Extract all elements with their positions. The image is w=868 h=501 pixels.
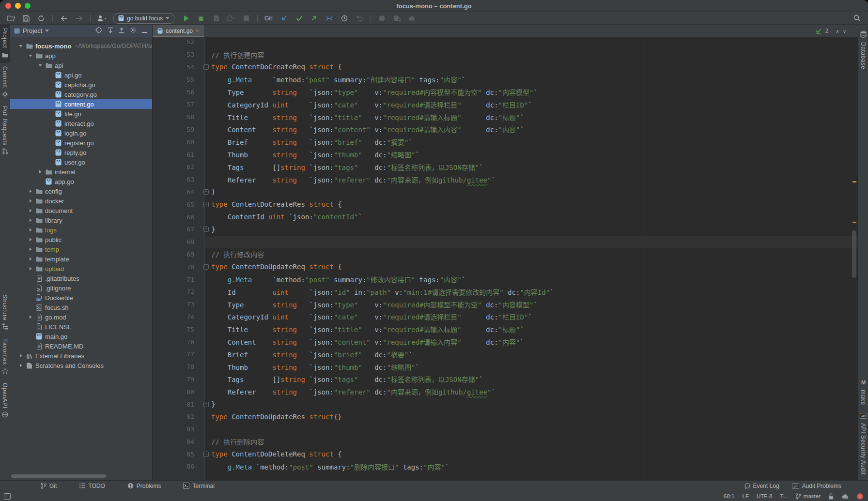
tree-item-document[interactable]: document xyxy=(10,206,152,215)
fold-marker-start[interactable]: - xyxy=(201,202,211,207)
tree-item-focus.sh[interactable]: focus.sh xyxy=(10,303,152,312)
toolwindow-button-todo[interactable]: TODO xyxy=(79,483,105,489)
status-git-branch[interactable]: master xyxy=(795,493,821,500)
tree-item-scratches-and-consoles[interactable]: Scratches and Consoles xyxy=(10,361,152,370)
tree-item-readme.md[interactable]: README.MD xyxy=(10,341,152,351)
tree-chevron-right-icon[interactable] xyxy=(27,266,34,271)
tree-chevron-down-icon[interactable] xyxy=(17,44,25,48)
code-line-73[interactable]: 73 Type string `json:"type" v:"required#… xyxy=(153,298,858,311)
code-line-55[interactable]: 55 g.Meta `method:"post" summary:"创建内容接口… xyxy=(153,73,858,86)
tree-item-category.go[interactable]: category.go xyxy=(10,90,152,99)
line-number[interactable]: 62 xyxy=(153,163,201,170)
project-panel-title[interactable]: Project xyxy=(23,27,42,34)
tree-item-api[interactable]: api xyxy=(10,61,152,70)
code-line-60[interactable]: 60 Brief string `json:"brief" dc:"摘要"` xyxy=(153,136,858,148)
hide-panel-icon[interactable] xyxy=(142,27,147,35)
fold-marker-start[interactable]: - xyxy=(201,452,211,457)
code-line-65[interactable]: 65-type ContentDoCreateRes struct { xyxy=(153,198,858,211)
vcs-push-icon[interactable] xyxy=(309,14,320,23)
line-number[interactable]: 68 xyxy=(153,238,201,245)
stripe-button-pull-requests[interactable]: Pull Requests xyxy=(0,103,10,160)
prev-problem-icon[interactable]: ∧ xyxy=(836,29,839,34)
tree-item-content.go[interactable]: content.go xyxy=(10,99,152,109)
code-line-85[interactable]: 85-type ContentDoDeleteReq struct { xyxy=(153,448,858,460)
hexagon-icon[interactable] xyxy=(377,14,388,23)
editor-vertical-scrollbar[interactable] xyxy=(852,37,857,480)
line-number[interactable]: 58 xyxy=(153,113,201,121)
code-line-84[interactable]: 84// 执行删除内容 xyxy=(153,436,858,448)
status-fatal-error[interactable]: ! xyxy=(857,493,863,500)
tree-chevron-right-icon[interactable] xyxy=(27,247,34,252)
line-number[interactable]: 52 xyxy=(153,38,201,46)
expand-all-icon[interactable] xyxy=(108,27,113,35)
status-settings-sync[interactable] xyxy=(841,493,849,500)
tree-item-dockerfile[interactable]: DDockerfile xyxy=(10,293,152,303)
line-number[interactable]: 61 xyxy=(153,151,201,158)
tree-item-public[interactable]: public xyxy=(10,235,152,244)
line-number[interactable]: 79 xyxy=(153,376,201,383)
code-line-56[interactable]: 56 Type string `json:"type" v:"required#… xyxy=(153,86,858,98)
code-line-63[interactable]: 63 Referer string `json:"referer" dc:"内容… xyxy=(153,173,858,186)
tree-item-go.mod[interactable]: go.mod xyxy=(10,312,152,322)
toolwindow-button-event-log[interactable]: Event Log xyxy=(744,483,779,489)
status-encoding[interactable]: UTF-8 xyxy=(757,493,773,499)
tree-chevron-right-icon[interactable] xyxy=(27,208,34,213)
warning-stripe-mark[interactable] xyxy=(852,181,856,182)
tree-chevron-right-icon[interactable] xyxy=(27,218,34,223)
database-search-icon[interactable] xyxy=(392,14,403,23)
rollback-icon[interactable] xyxy=(354,14,365,23)
code-line-78[interactable]: 78 Thumb string `json:"thumb" dc:"缩略图"` xyxy=(153,361,858,373)
code-line-82[interactable]: 82type ContentDoUpdateRes struct{} xyxy=(153,410,858,423)
stripe-button-structure[interactable]: Structure xyxy=(0,291,10,335)
status-line-separator[interactable]: LF xyxy=(742,493,748,499)
tree-item-main.go[interactable]: main.go xyxy=(10,332,152,341)
line-number[interactable]: 64 xyxy=(153,188,201,196)
code-line-83[interactable]: 83 xyxy=(153,423,858,436)
save-icon[interactable] xyxy=(21,14,31,23)
back-icon[interactable] xyxy=(59,14,69,23)
chevron-down-icon[interactable] xyxy=(45,30,49,32)
stripe-button-openapi[interactable]: OpenAPI xyxy=(0,380,10,423)
tree-item-template[interactable]: template xyxy=(10,254,152,264)
line-number[interactable]: 65 xyxy=(153,201,201,208)
line-number[interactable]: 84 xyxy=(153,438,201,445)
close-window-button[interactable] xyxy=(5,3,11,9)
line-number[interactable]: 67 xyxy=(153,226,201,233)
collapse-all-icon[interactable] xyxy=(119,27,124,35)
tree-chevron-right-icon[interactable] xyxy=(27,189,34,194)
line-number[interactable]: 55 xyxy=(153,76,201,83)
code-line-68[interactable]: 68 xyxy=(153,236,858,248)
code-line-57[interactable]: 57 CategoryId uint `json:"cate" v:"requi… xyxy=(153,98,858,111)
status-caret-position[interactable]: 68:1 xyxy=(724,493,734,499)
code-line-74[interactable]: 74 CategoryId uint `json:"cate" v:"requi… xyxy=(153,311,858,323)
line-number[interactable]: 69 xyxy=(153,251,201,258)
status-truncated-widget[interactable]: T... xyxy=(780,493,788,499)
line-number[interactable]: 78 xyxy=(153,363,201,370)
code-line-64[interactable]: 64^} xyxy=(153,186,858,198)
debug-icon[interactable] xyxy=(196,14,206,23)
tree-item-interact.go[interactable]: interact.go xyxy=(10,119,152,128)
tab-content-go[interactable]: content.go × xyxy=(153,25,204,37)
toolwindow-toggle-icon[interactable] xyxy=(4,493,11,500)
open-icon[interactable] xyxy=(6,14,16,23)
line-number[interactable]: 77 xyxy=(153,350,201,358)
run-configuration-select[interactable]: go build focus xyxy=(113,13,174,24)
tree-item-external-libraries[interactable]: External Libraries xyxy=(10,351,152,361)
tree-chevron-right-icon[interactable] xyxy=(27,198,34,203)
tree-item-file.go[interactable]: file.go xyxy=(10,109,152,119)
tree-item-api.go[interactable]: api.go xyxy=(10,70,152,80)
fold-marker-end[interactable]: ^ xyxy=(201,227,211,232)
toolwindow-button-git[interactable]: Git xyxy=(41,483,57,489)
code-line-69[interactable]: 69// 执行修改内容 xyxy=(153,248,858,261)
toolwindow-button-problems[interactable]: Problems xyxy=(127,483,161,489)
tree-item-focus-mono[interactable]: focus-mono~/Workspace/Go/GOPATH/src/gith… xyxy=(10,41,152,51)
vcs-commit-icon[interactable] xyxy=(294,14,305,23)
tree-chevron-down-icon[interactable] xyxy=(27,53,34,58)
tree-item-logs[interactable]: logs xyxy=(10,225,152,235)
tree-item-config[interactable]: config xyxy=(10,186,152,196)
tree-chevron-right-icon[interactable] xyxy=(27,315,34,319)
code-viewport[interactable]: 5253// 执行创建内容54-type ContentDoCreateReq … xyxy=(153,37,858,480)
warning-stripe-mark[interactable] xyxy=(852,222,856,223)
code-line-62[interactable]: 62 Tags []string `json:"tags" dc:"标签名称列表… xyxy=(153,161,858,173)
tree-chevron-right-icon[interactable] xyxy=(27,228,34,232)
